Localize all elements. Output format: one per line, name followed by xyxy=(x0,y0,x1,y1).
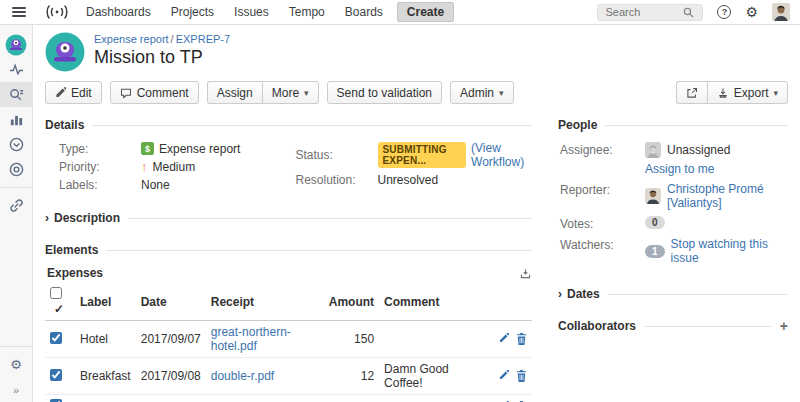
stop-watching-link[interactable]: Stop watching this issue xyxy=(671,237,788,265)
share-button[interactable] xyxy=(676,81,707,104)
expense-comment xyxy=(379,395,493,402)
sidebar-divider-bottom xyxy=(0,346,33,347)
elements-section-header: Elements xyxy=(45,243,532,257)
admin-button[interactable]: Admin▾ xyxy=(450,81,514,104)
sidebar-reports-icon[interactable] xyxy=(0,107,33,132)
edit-expense-icon[interactable] xyxy=(498,333,509,345)
issue-toolbar: Edit Comment Assign More▾ Send to valida… xyxy=(45,81,788,104)
description-section-header[interactable]: › Description xyxy=(45,211,532,225)
sidebar-search-issues-icon[interactable] xyxy=(0,82,33,107)
type-value: Expense report xyxy=(159,142,240,156)
menu-projects[interactable]: Projects xyxy=(171,5,214,19)
dates-section-header[interactable]: › Dates xyxy=(558,287,788,301)
assignee-value: Unassigned xyxy=(667,143,730,157)
expenses-subsection-header: Expenses xyxy=(47,266,532,280)
details-section-header: Details xyxy=(45,118,532,132)
assign-button[interactable]: Assign xyxy=(207,81,262,104)
column-header-comment: Comment xyxy=(379,283,493,321)
delete-expense-icon[interactable] xyxy=(516,333,527,345)
expense-receipt-link[interactable]: great-northern-hotel.pdf xyxy=(211,325,291,353)
menu-tempo[interactable]: Tempo xyxy=(289,5,325,19)
row-checkbox[interactable] xyxy=(50,332,62,344)
column-header-amount: Amount xyxy=(324,283,379,321)
breadcrumb-issue-link[interactable]: EXPREP-7 xyxy=(176,33,230,45)
view-workflow-link[interactable]: (View Workflow) xyxy=(471,141,532,169)
expenses-table-header-row: ✓ Label Date Receipt Amount Comment xyxy=(45,283,532,321)
breadcrumb-project-link[interactable]: Expense report xyxy=(94,33,169,45)
issue-view: Expense report/EXPREP-7 Mission to TP Ed… xyxy=(33,25,800,402)
jira-logo-icon[interactable] xyxy=(44,4,70,20)
menu-boards[interactable]: Boards xyxy=(345,5,383,19)
create-button[interactable]: Create xyxy=(397,2,454,22)
comment-bubble-icon xyxy=(120,87,132,99)
sidebar-components-icon[interactable] xyxy=(0,157,33,182)
search-icon xyxy=(683,7,694,18)
priority-label: Priority: xyxy=(59,160,141,174)
resolution-label: Resolution: xyxy=(296,173,378,187)
issue-title: Mission to TP xyxy=(94,47,230,68)
expense-table-row: Hotel 2017/09/07 great-northern-hotel.pd… xyxy=(45,321,532,358)
expense-table-body: Hotel 2017/09/07 great-northern-hotel.pd… xyxy=(45,321,532,402)
reporter-avatar xyxy=(645,188,661,204)
project-avatar[interactable] xyxy=(45,32,85,72)
issue-header: Expense report/EXPREP-7 Mission to TP xyxy=(45,32,788,72)
sidebar-settings-gear-icon[interactable]: ⚙ xyxy=(0,352,33,377)
sidebar-expand-icon[interactable]: » xyxy=(0,377,33,402)
reporter-value[interactable]: Christophe Promé [Valiantys] xyxy=(667,182,788,210)
search-input[interactable] xyxy=(603,5,683,19)
more-button[interactable]: More▾ xyxy=(262,81,319,104)
settings-gear-icon[interactable]: ⚙ xyxy=(745,5,758,19)
sidebar-releases-icon[interactable] xyxy=(0,132,33,157)
watchers-label: Watchers: xyxy=(560,237,645,252)
expense-date: 2017/09/08 xyxy=(136,358,206,395)
delete-expense-icon[interactable] xyxy=(516,370,527,382)
menu-issues[interactable]: Issues xyxy=(234,5,269,19)
edit-expense-icon[interactable] xyxy=(498,370,509,382)
user-avatar[interactable] xyxy=(772,3,790,21)
sidebar-project-avatar[interactable] xyxy=(0,32,33,57)
share-icon xyxy=(686,87,698,99)
chevron-right-icon: › xyxy=(45,211,49,225)
column-header-receipt: Receipt xyxy=(206,283,324,321)
select-all-checkbox[interactable] xyxy=(50,287,62,299)
expense-label: Diner xyxy=(75,395,136,402)
breadcrumb-separator: / xyxy=(171,33,174,45)
search-box[interactable] xyxy=(597,4,703,21)
expenses-table: ✓ Label Date Receipt Amount Comment Hote… xyxy=(45,283,532,402)
status-label: Status: xyxy=(296,148,378,162)
people-section-header: People xyxy=(558,118,788,132)
column-header-date: Date xyxy=(136,283,206,321)
app-switcher-icon[interactable] xyxy=(12,7,26,17)
expense-date: 2017/09/08 xyxy=(136,395,206,402)
export-icon xyxy=(717,87,729,99)
comment-button[interactable]: Comment xyxy=(110,81,199,104)
caret-down-icon: ▾ xyxy=(304,88,309,98)
expense-label: Breakfast xyxy=(75,358,136,395)
menu-dashboards[interactable]: Dashboards xyxy=(86,5,151,19)
svg-text:?: ? xyxy=(651,146,656,155)
main-menu: Dashboards Projects Issues Tempo Boards xyxy=(86,5,383,19)
edit-button[interactable]: Edit xyxy=(45,81,102,104)
expense-table-row: Diner 2017/09/08 roadhouse.pdf 35 xyxy=(45,395,532,402)
caret-down-icon: ▾ xyxy=(499,88,504,98)
resolution-value: Unresolved xyxy=(378,173,439,187)
export-expenses-icon[interactable] xyxy=(519,267,532,280)
help-icon[interactable]: ? xyxy=(717,5,731,19)
expense-amount: 150 xyxy=(324,321,379,358)
watchers-badge: 1 xyxy=(645,245,665,258)
expense-table-row: Breakfast 2017/09/08 double-r.pdf 12 Dam… xyxy=(45,358,532,395)
send-to-validation-button[interactable]: Send to validation xyxy=(327,81,442,104)
priority-medium-icon: ↑ xyxy=(141,160,148,173)
type-label: Type: xyxy=(59,142,141,156)
column-header-label: Label xyxy=(75,283,136,321)
sidebar-divider xyxy=(0,187,33,188)
people-fields: Assignee: ? Unassigned Assign to me Repo… xyxy=(558,132,788,273)
expense-receipt-link[interactable]: double-r.pdf xyxy=(211,369,274,383)
assign-to-me-link[interactable]: Assign to me xyxy=(645,162,730,176)
sidebar-activity-icon[interactable] xyxy=(0,57,33,82)
status-badge: SUBMITTING EXPEN... xyxy=(378,142,467,168)
sidebar-links-icon[interactable] xyxy=(0,193,33,218)
add-collaborator-icon[interactable]: + xyxy=(780,319,788,333)
export-button[interactable]: Export▾ xyxy=(707,81,788,104)
row-checkbox[interactable] xyxy=(50,369,62,381)
